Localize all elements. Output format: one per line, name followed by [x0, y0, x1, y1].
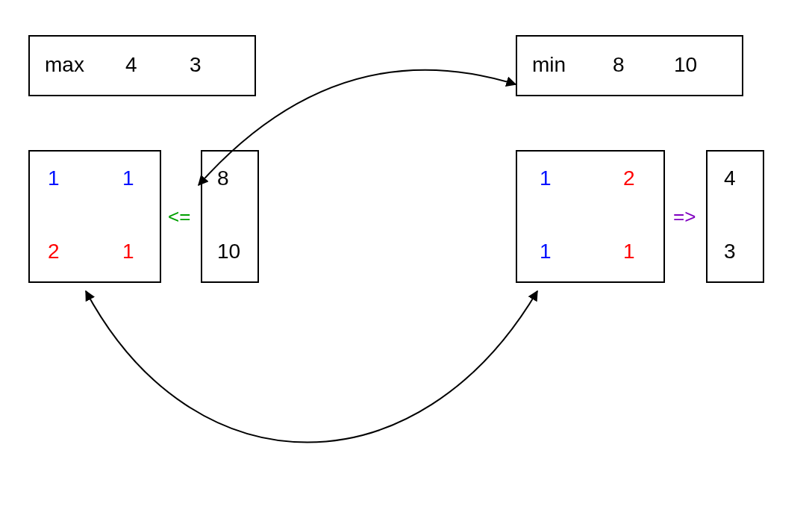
- dual-c1: 4: [724, 166, 736, 190]
- primal-b2: 10: [217, 240, 240, 264]
- primal-c1: 4: [125, 53, 137, 77]
- primal-a22: 1: [122, 240, 134, 264]
- dual-op: min: [532, 53, 566, 77]
- dual-relation: =>: [673, 205, 696, 228]
- dual-b2: 10: [674, 53, 697, 77]
- dual-header-box: min 8 10: [516, 35, 743, 96]
- dual-a21: 1: [540, 240, 552, 264]
- arrow-matrix-to-matrix: [86, 291, 537, 443]
- dual-b1: 8: [613, 53, 625, 77]
- primal-header-box: max 4 3: [28, 35, 256, 96]
- dual-a22: 1: [623, 240, 635, 264]
- dual-matrix-box: 1 2 1 1: [516, 150, 665, 283]
- primal-a12: 1: [122, 166, 134, 190]
- primal-a21: 2: [48, 240, 60, 264]
- dual-c2: 3: [724, 240, 736, 264]
- primal-op: max: [45, 53, 84, 77]
- primal-b1: 8: [217, 166, 229, 190]
- dual-a11: 1: [540, 166, 552, 190]
- primal-a11: 1: [48, 166, 60, 190]
- primal-matrix-box: 1 1 2 1: [28, 150, 161, 283]
- primal-b-box: 8 10: [201, 150, 259, 283]
- dual-a12: 2: [623, 166, 635, 190]
- dual-c-box: 4 3: [706, 150, 764, 283]
- primal-c2: 3: [190, 53, 202, 77]
- primal-relation: <=: [168, 205, 190, 228]
